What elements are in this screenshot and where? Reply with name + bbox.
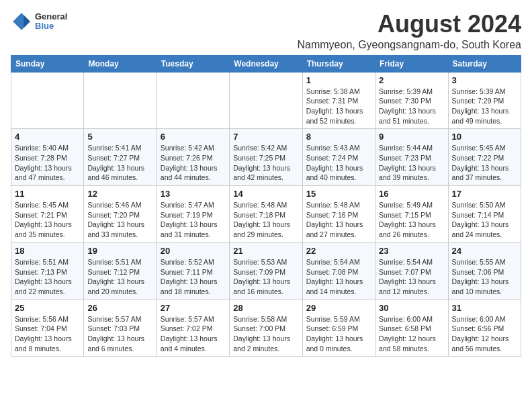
day-number: 21 xyxy=(233,246,298,256)
day-info: Sunrise: 5:38 AM Sunset: 7:31 PM Dayligh… xyxy=(306,87,371,126)
day-number: 24 xyxy=(452,246,517,256)
day-number: 19 xyxy=(87,246,152,256)
calendar-cell: 16Sunrise: 5:49 AM Sunset: 7:15 PM Dayli… xyxy=(375,186,448,243)
header-saturday: Saturday xyxy=(448,55,521,72)
calendar-cell: 30Sunrise: 6:00 AM Sunset: 6:58 PM Dayli… xyxy=(375,300,448,357)
day-number: 31 xyxy=(452,303,517,313)
calendar-cell: 3Sunrise: 5:39 AM Sunset: 7:29 PM Daylig… xyxy=(448,72,521,129)
calendar-cell: 18Sunrise: 5:51 AM Sunset: 7:13 PM Dayli… xyxy=(11,242,84,300)
day-info: Sunrise: 6:00 AM Sunset: 6:58 PM Dayligh… xyxy=(379,314,444,354)
logo: General Blue xyxy=(11,11,67,32)
day-number: 27 xyxy=(161,303,226,313)
header-wednesday: Wednesday xyxy=(230,55,302,72)
day-info: Sunrise: 5:49 AM Sunset: 7:15 PM Dayligh… xyxy=(379,200,444,240)
day-info: Sunrise: 5:39 AM Sunset: 7:30 PM Dayligh… xyxy=(379,87,444,126)
day-info: Sunrise: 5:42 AM Sunset: 7:25 PM Dayligh… xyxy=(233,143,298,183)
calendar-subtitle: Nammyeon, Gyeongsangnam-do, South Korea xyxy=(297,39,521,51)
day-info: Sunrise: 5:50 AM Sunset: 7:14 PM Dayligh… xyxy=(452,200,517,240)
calendar-week-row: 25Sunrise: 5:56 AM Sunset: 7:04 PM Dayli… xyxy=(11,300,521,357)
calendar-cell: 28Sunrise: 5:58 AM Sunset: 7:00 PM Dayli… xyxy=(230,300,302,357)
logo-general-text: General xyxy=(35,12,67,21)
header: General Blue August 2024 Nammyeon, Gyeon… xyxy=(11,11,521,51)
day-number: 17 xyxy=(452,189,517,199)
day-number: 22 xyxy=(306,246,371,256)
day-number: 11 xyxy=(15,189,80,199)
day-info: Sunrise: 5:51 AM Sunset: 7:13 PM Dayligh… xyxy=(15,257,80,297)
day-info: Sunrise: 5:55 AM Sunset: 7:06 PM Dayligh… xyxy=(452,257,517,297)
calendar-cell: 19Sunrise: 5:51 AM Sunset: 7:12 PM Dayli… xyxy=(84,242,157,300)
calendar-cell: 25Sunrise: 5:56 AM Sunset: 7:04 PM Dayli… xyxy=(11,300,84,357)
calendar-cell: 12Sunrise: 5:46 AM Sunset: 7:20 PM Dayli… xyxy=(84,186,157,243)
calendar-cell: 27Sunrise: 5:57 AM Sunset: 7:02 PM Dayli… xyxy=(157,300,229,357)
calendar-title: August 2024 xyxy=(297,11,521,38)
header-friday: Friday xyxy=(375,55,448,72)
day-number: 13 xyxy=(161,189,226,199)
calendar-cell: 10Sunrise: 5:45 AM Sunset: 7:22 PM Dayli… xyxy=(448,129,521,186)
calendar-week-row: 18Sunrise: 5:51 AM Sunset: 7:13 PM Dayli… xyxy=(11,242,521,300)
day-info: Sunrise: 5:39 AM Sunset: 7:29 PM Dayligh… xyxy=(452,87,517,126)
calendar-cell: 2Sunrise: 5:39 AM Sunset: 7:30 PM Daylig… xyxy=(375,72,448,129)
calendar-cell: 13Sunrise: 5:47 AM Sunset: 7:19 PM Dayli… xyxy=(157,186,229,243)
day-number: 28 xyxy=(233,303,298,313)
day-number: 4 xyxy=(15,132,80,142)
title-block: August 2024 Nammyeon, Gyeongsangnam-do, … xyxy=(297,11,521,51)
calendar-cell: 4Sunrise: 5:40 AM Sunset: 7:28 PM Daylig… xyxy=(11,129,84,186)
header-tuesday: Tuesday xyxy=(157,55,229,72)
day-info: Sunrise: 6:00 AM Sunset: 6:56 PM Dayligh… xyxy=(452,314,517,354)
calendar-cell xyxy=(157,72,229,129)
calendar-cell: 1Sunrise: 5:38 AM Sunset: 7:31 PM Daylig… xyxy=(302,72,375,129)
day-info: Sunrise: 5:52 AM Sunset: 7:11 PM Dayligh… xyxy=(161,257,226,297)
calendar-week-row: 1Sunrise: 5:38 AM Sunset: 7:31 PM Daylig… xyxy=(11,72,521,129)
calendar-cell: 26Sunrise: 5:57 AM Sunset: 7:03 PM Dayli… xyxy=(84,300,157,357)
day-number: 6 xyxy=(161,132,226,142)
calendar-cell: 14Sunrise: 5:48 AM Sunset: 7:18 PM Dayli… xyxy=(230,186,302,243)
day-number: 5 xyxy=(87,132,152,142)
day-info: Sunrise: 5:45 AM Sunset: 7:21 PM Dayligh… xyxy=(15,200,80,240)
calendar-cell: 17Sunrise: 5:50 AM Sunset: 7:14 PM Dayli… xyxy=(448,186,521,243)
day-info: Sunrise: 5:59 AM Sunset: 6:59 PM Dayligh… xyxy=(306,314,371,354)
calendar-header-row: SundayMondayTuesdayWednesdayThursdayFrid… xyxy=(11,55,521,72)
calendar-cell: 31Sunrise: 6:00 AM Sunset: 6:56 PM Dayli… xyxy=(448,300,521,357)
calendar-cell: 9Sunrise: 5:44 AM Sunset: 7:23 PM Daylig… xyxy=(375,129,448,186)
day-info: Sunrise: 5:51 AM Sunset: 7:12 PM Dayligh… xyxy=(87,257,152,297)
day-number: 23 xyxy=(379,246,444,256)
calendar-cell xyxy=(230,72,302,129)
day-number: 16 xyxy=(379,189,444,199)
day-info: Sunrise: 5:44 AM Sunset: 7:23 PM Dayligh… xyxy=(379,143,444,183)
day-number: 8 xyxy=(306,132,371,142)
calendar-cell: 23Sunrise: 5:54 AM Sunset: 7:07 PM Dayli… xyxy=(375,242,448,300)
day-number: 1 xyxy=(306,75,371,85)
calendar-table: SundayMondayTuesdayWednesdayThursdayFrid… xyxy=(11,55,521,357)
day-info: Sunrise: 5:47 AM Sunset: 7:19 PM Dayligh… xyxy=(161,200,226,240)
calendar-cell xyxy=(84,72,157,129)
calendar-week-row: 11Sunrise: 5:45 AM Sunset: 7:21 PM Dayli… xyxy=(11,186,521,243)
day-number: 18 xyxy=(15,246,80,256)
header-thursday: Thursday xyxy=(302,55,375,72)
calendar-cell: 24Sunrise: 5:55 AM Sunset: 7:06 PM Dayli… xyxy=(448,242,521,300)
day-info: Sunrise: 5:43 AM Sunset: 7:24 PM Dayligh… xyxy=(306,143,371,183)
day-info: Sunrise: 5:40 AM Sunset: 7:28 PM Dayligh… xyxy=(15,143,80,183)
calendar-cell: 20Sunrise: 5:52 AM Sunset: 7:11 PM Dayli… xyxy=(157,242,229,300)
calendar-cell: 21Sunrise: 5:53 AM Sunset: 7:09 PM Dayli… xyxy=(230,242,302,300)
day-number: 10 xyxy=(452,132,517,142)
day-number: 20 xyxy=(161,246,226,256)
day-number: 29 xyxy=(306,303,371,313)
calendar-cell: 8Sunrise: 5:43 AM Sunset: 7:24 PM Daylig… xyxy=(302,129,375,186)
day-number: 12 xyxy=(87,189,152,199)
day-number: 2 xyxy=(379,75,444,85)
logo-text: General Blue xyxy=(35,12,67,32)
calendar-cell: 6Sunrise: 5:42 AM Sunset: 7:26 PM Daylig… xyxy=(157,129,229,186)
header-sunday: Sunday xyxy=(11,55,84,72)
calendar-cell: 29Sunrise: 5:59 AM Sunset: 6:59 PM Dayli… xyxy=(302,300,375,357)
day-number: 14 xyxy=(233,189,298,199)
logo-icon xyxy=(11,11,32,32)
day-info: Sunrise: 5:53 AM Sunset: 7:09 PM Dayligh… xyxy=(233,257,298,297)
day-info: Sunrise: 5:58 AM Sunset: 7:00 PM Dayligh… xyxy=(233,314,298,354)
calendar-cell: 22Sunrise: 5:54 AM Sunset: 7:08 PM Dayli… xyxy=(302,242,375,300)
svg-marker-1 xyxy=(24,15,30,28)
day-number: 15 xyxy=(306,189,371,199)
day-number: 9 xyxy=(379,132,444,142)
header-monday: Monday xyxy=(84,55,157,72)
calendar-cell: 11Sunrise: 5:45 AM Sunset: 7:21 PM Dayli… xyxy=(11,186,84,243)
day-info: Sunrise: 5:42 AM Sunset: 7:26 PM Dayligh… xyxy=(161,143,226,183)
